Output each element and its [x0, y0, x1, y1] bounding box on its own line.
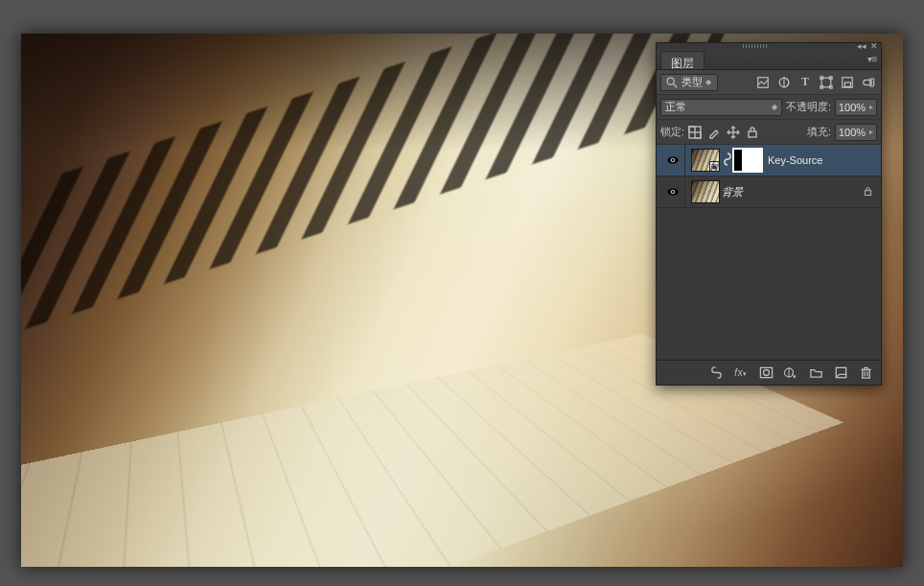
blend-mode-value: 正常 — [665, 100, 686, 114]
delete-layer-icon[interactable] — [858, 365, 873, 381]
lock-buttons — [688, 126, 759, 139]
chevron-down-icon: ◆ — [705, 78, 711, 86]
lock-transparent-icon[interactable] — [688, 126, 702, 139]
lock-fill-row: 锁定: 填充: 100% ▸ — [657, 120, 881, 145]
panel-footer: fx▾ ▾ — [657, 360, 881, 385]
chevron-right-icon: ▸ — [869, 103, 873, 111]
opacity-label: 不透明度: — [786, 100, 831, 114]
panel-menu-icon[interactable]: ▾≡ — [864, 49, 881, 69]
new-layer-icon[interactable] — [833, 365, 848, 381]
svg-rect-14 — [689, 127, 695, 132]
lock-all-icon[interactable] — [746, 126, 759, 139]
eye-icon — [666, 185, 680, 199]
filter-pixel-icon[interactable] — [754, 74, 772, 91]
layer-name[interactable]: 背景 — [722, 185, 863, 199]
tab-layers[interactable]: 图层 — [660, 51, 705, 69]
filter-toggle[interactable] — [860, 74, 877, 91]
layer-thumbnail[interactable] — [691, 180, 720, 203]
layer-row[interactable]: ▣ Key-Source — [657, 145, 881, 176]
visibility-toggle[interactable] — [660, 176, 685, 207]
filter-type-icon[interactable]: T — [797, 74, 814, 91]
filter-smart-icon[interactable] — [839, 74, 856, 91]
layer-style-button[interactable]: fx▾ — [733, 365, 749, 381]
grip-dots — [743, 44, 768, 48]
layer-filter-row: 类型 ◆ T — [657, 70, 881, 95]
lock-position-icon[interactable] — [727, 126, 740, 139]
filter-shape-icon[interactable] — [818, 74, 835, 91]
layer-name[interactable]: Key-Source — [768, 154, 877, 166]
lock-icon — [863, 186, 877, 199]
filter-kind-label: 类型 — [681, 75, 703, 89]
layer-row[interactable]: 背景 — [657, 176, 881, 208]
panel-tabs: 图层 ▾≡ — [657, 49, 881, 70]
new-group-icon[interactable] — [808, 365, 823, 381]
mask-link-icon[interactable] — [722, 152, 733, 168]
svg-rect-2 — [758, 77, 769, 87]
link-layers-icon[interactable] — [708, 365, 724, 381]
svg-rect-18 — [749, 131, 756, 137]
filter-kind-select[interactable]: 类型 ◆ — [660, 74, 718, 91]
chevron-right-icon: ▸ — [869, 128, 873, 136]
fill-input[interactable]: 100% ▸ — [835, 124, 877, 141]
layer-mask-thumbnail[interactable] — [733, 149, 762, 172]
svg-rect-10 — [844, 82, 850, 86]
opacity-input[interactable]: 100% ▸ — [835, 99, 877, 116]
svg-point-25 — [763, 370, 769, 376]
svg-rect-23 — [865, 190, 870, 195]
svg-rect-15 — [695, 132, 701, 138]
new-adjustment-icon[interactable]: ▾ — [783, 365, 798, 381]
svg-line-1 — [674, 83, 678, 87]
chevron-down-icon: ◆ — [772, 103, 777, 111]
eye-icon — [666, 153, 680, 167]
layer-list: ▣ Key-Source 背景 — [657, 145, 881, 360]
opacity-value: 100% — [839, 102, 866, 113]
fill-value: 100% — [839, 127, 866, 138]
svg-point-21 — [667, 189, 678, 196]
fill-label: 填充: — [807, 125, 831, 139]
visibility-toggle[interactable] — [660, 145, 685, 176]
layers-panel: ◂◂ ✕ 图层 ▾≡ 类型 ◆ T 正常 — [656, 42, 882, 386]
svg-rect-28 — [862, 370, 869, 378]
lock-pixels-icon[interactable] — [707, 126, 721, 139]
svg-point-19 — [667, 157, 678, 164]
filter-adjust-icon[interactable] — [775, 74, 793, 91]
lock-label: 锁定: — [660, 125, 684, 139]
smart-object-badge-icon: ▣ — [709, 161, 720, 172]
layer-thumbnail[interactable]: ▣ — [691, 149, 720, 172]
svg-point-0 — [667, 78, 674, 84]
blend-mode-select[interactable]: 正常 ◆ — [660, 99, 782, 116]
blend-opacity-row: 正常 ◆ 不透明度: 100% ▸ — [657, 95, 881, 120]
add-mask-icon[interactable] — [758, 365, 774, 381]
search-icon — [665, 76, 679, 89]
